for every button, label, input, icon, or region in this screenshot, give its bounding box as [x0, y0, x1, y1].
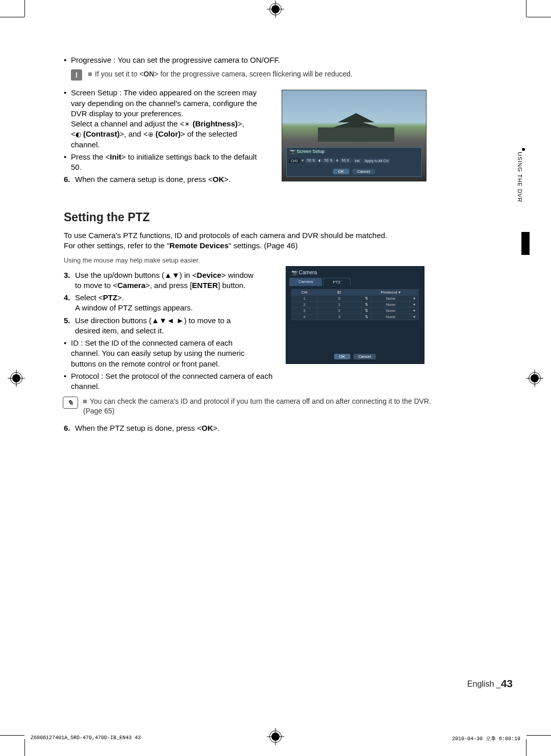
brightness-icon: ☀ [301, 159, 304, 163]
ptz-intro: To use Camera's PTZ functions, ID and pr… [64, 230, 431, 251]
step-4: 4. Select <PTZ>.A window of PTZ settings… [64, 293, 258, 314]
bullet-text: Protocol : Set the protocol of the conne… [71, 371, 278, 392]
crop-mark [526, 739, 527, 756]
timestamp: 2010-04-30 오후 6:08:19 [452, 735, 520, 742]
step-text: Select <PTZ>.A window of PTZ settings ap… [75, 293, 258, 314]
contrast-icon [76, 129, 81, 138]
color-icon [148, 129, 154, 138]
warning-icon: ! [71, 69, 82, 81]
step-text: When the PTZ setup is done, press <OK>. [75, 423, 431, 433]
note-text: You can check the camera's ID and protoc… [83, 397, 431, 416]
contrast-value[interactable]: 50 ⇅ [322, 158, 335, 163]
registration-mark-top [269, 3, 282, 15]
step-text: Use direction buttons (▲▼◄ ►) to move to… [75, 316, 258, 336]
init-button[interactable]: Init [353, 159, 361, 163]
bullet-progressive: • Progressive : You can set the progress… [64, 55, 431, 65]
crop-mark [0, 17, 24, 17]
page-footer: English _43 [467, 677, 513, 690]
table-row: 32⇅None▾ [292, 308, 419, 314]
bullet-text: Progressive : You can set the progressiv… [71, 55, 431, 65]
file-stamp: Z6806127401A_SRD-470,470D-IB_EN43 43 [31, 735, 141, 742]
col-ch: CH [292, 290, 317, 296]
section-tab-label: USING THE DVR [517, 152, 523, 202]
col-protocol[interactable]: Protocol ▾ [371, 290, 410, 296]
registration-mark-left [10, 372, 22, 384]
registration-mark-right [529, 372, 541, 384]
step-text: Use the up/down buttons (▲▼) in <Device>… [75, 270, 258, 291]
bullet-screen-setup: • Screen Setup : The video appeared on t… [64, 88, 258, 150]
apply-all-button[interactable]: Apply to All CH [363, 159, 391, 163]
step-6-ptz: 6. When the PTZ setup is done, press <OK… [64, 423, 431, 433]
heading-ptz: Setting the PTZ [64, 210, 431, 225]
bullet-text: ID : Set the ID of the connected camera … [71, 338, 258, 369]
tab-ptz[interactable]: PTZ [323, 278, 350, 286]
section-tab: USING THE DVR [517, 148, 528, 306]
warning-note: ! If you set it to <ON> for the progress… [64, 69, 431, 81]
warning-text: If you set it to <ON> for the progressiv… [88, 69, 431, 79]
crop-mark [0, 735, 24, 736]
brightness-value[interactable]: 50 ⇅ [305, 158, 317, 163]
ok-button[interactable]: OK [333, 169, 349, 174]
contrast-icon: ◐ [318, 159, 321, 163]
step-3: 3. Use the up/down buttons (▲▼) in <Devi… [64, 270, 258, 291]
table-row: 21⇅None▾ [292, 302, 419, 308]
square-bullet-icon [83, 400, 87, 403]
crop-mark [24, 0, 25, 17]
screenshot-screen-setup: 📷 Screen Setup CH1 ☀50 ⇅ ◐50 ⇅ ⊕50 ⇅ Ini… [282, 90, 427, 181]
brightness-icon [184, 119, 190, 128]
step-text: When the camera setup is done, press <OK… [75, 174, 258, 185]
crop-mark [526, 0, 527, 17]
note-icon: ✎ [63, 397, 78, 409]
bullet-init: • Press the <Init> to initialize setting… [64, 152, 258, 173]
tab-camera[interactable]: Camera [289, 278, 322, 286]
screenshot-camera-ptz: 📷 Camera Camera PTZ CH ID Protocol ▾ 10⇅… [286, 266, 424, 364]
square-bullet-icon [88, 72, 92, 76]
color-value[interactable]: 50 ⇅ [340, 158, 352, 163]
table-row: 43⇅None▾ [292, 314, 419, 320]
crop-mark [527, 735, 551, 736]
panel-title: 📷 Screen Setup [290, 149, 324, 154]
crop-mark [527, 17, 551, 17]
channel-chip[interactable]: CH1 [289, 159, 300, 163]
page-number: 43 [501, 677, 513, 689]
bullet-id: • ID : Set the ID of the connected camer… [64, 338, 258, 369]
screen-setup-panel: 📷 Screen Setup CH1 ☀50 ⇅ ◐50 ⇅ ⊕50 ⇅ Ini… [286, 147, 422, 177]
background-building-illustration [297, 113, 411, 141]
panel-title: 📷 Camera [291, 270, 317, 275]
mouse-tip: Using the mouse may help make setup easi… [64, 256, 431, 265]
bullet-text: Screen Setup : The video appeared on the… [71, 88, 258, 150]
cancel-button[interactable]: Cancel [353, 354, 376, 359]
bullet-text: Press the <Init> to initialize settings … [71, 152, 258, 173]
ptz-table: CH ID Protocol ▾ 10⇅None▾ 21⇅None▾ 32⇅No… [291, 289, 419, 320]
ok-button[interactable]: OK [334, 354, 350, 359]
col-id: ID [317, 290, 361, 296]
cancel-button[interactable]: Cancel [352, 169, 375, 174]
table-row: 10⇅None▾ [292, 296, 419, 302]
crop-mark [24, 739, 25, 756]
bullet-protocol: • Protocol : Set the protocol of the con… [64, 371, 278, 392]
info-note: ✎ You can check the camera's ID and prot… [64, 397, 431, 416]
print-footer: Z6806127401A_SRD-470,470D-IB_EN43 43 201… [31, 735, 520, 742]
color-icon: ⊕ [336, 159, 339, 163]
step-6-camera: 6. When the camera setup is done, press … [64, 174, 258, 185]
step-5: 5. Use direction buttons (▲▼◄ ►) to move… [64, 316, 258, 336]
